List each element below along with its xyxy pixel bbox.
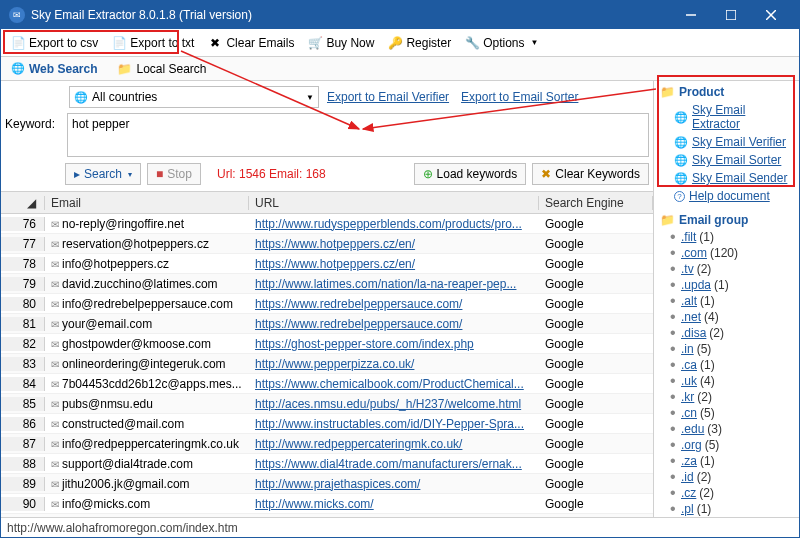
product-item-label: Sky Email Sorter bbox=[692, 153, 781, 167]
col-url[interactable]: URL bbox=[249, 196, 539, 210]
clear-emails-button[interactable]: ✖Clear Emails bbox=[202, 33, 300, 53]
grid-body[interactable]: 76✉no-reply@ringoffire.nethttp://www.rud… bbox=[1, 214, 653, 517]
row-number: 82 bbox=[1, 337, 45, 351]
table-row[interactable]: 79✉david.zucchino@latimes.comhttp://www.… bbox=[1, 274, 653, 294]
export-verifier-link[interactable]: Export to Email Verifier bbox=[327, 90, 449, 104]
group-item[interactable]: •.kr (2) bbox=[660, 389, 793, 405]
group-item[interactable]: •.edu (3) bbox=[660, 421, 793, 437]
row-search-engine: Google bbox=[539, 317, 653, 331]
url-link[interactable]: http://www.prajethaspices.com/ bbox=[255, 477, 420, 491]
url-link[interactable]: https://www.hotpeppers.cz/en/ bbox=[255, 257, 415, 271]
table-row[interactable]: 82✉ghostpowder@kmoose.comhttps://ghost-p… bbox=[1, 334, 653, 354]
group-item[interactable]: •.disa (2) bbox=[660, 325, 793, 341]
group-item[interactable]: •.tv (2) bbox=[660, 261, 793, 277]
group-item[interactable]: •.id (2) bbox=[660, 469, 793, 485]
row-search-engine: Google bbox=[539, 397, 653, 411]
col-search-engine[interactable]: Search Engine bbox=[539, 196, 653, 210]
product-item[interactable]: 🌐Sky Email Extractor bbox=[660, 101, 793, 133]
url-link[interactable]: http://www.pepperpizza.co.uk/ bbox=[255, 357, 414, 371]
row-url: http://www.redpeppercateringmk.co.uk/ bbox=[249, 437, 539, 451]
table-row[interactable]: 88✉support@dial4trade.comhttps://www.dia… bbox=[1, 454, 653, 474]
product-item-label: Sky Email Sender bbox=[692, 171, 787, 185]
clear-keywords-button[interactable]: ✖Clear Keywords bbox=[532, 163, 649, 185]
keyword-input[interactable] bbox=[67, 113, 649, 157]
group-item[interactable]: •.filt (1) bbox=[660, 229, 793, 245]
url-link[interactable]: http://www.redpeppercateringmk.co.uk/ bbox=[255, 437, 462, 451]
product-item[interactable]: ?Help document bbox=[660, 187, 793, 205]
search-button[interactable]: ▸Search▾ bbox=[65, 163, 141, 185]
table-row[interactable]: 87✉info@redpeppercateringmk.co.ukhttp://… bbox=[1, 434, 653, 454]
url-link[interactable]: http://www.rudyspepperblends.com/product… bbox=[255, 217, 522, 231]
group-count: (1) bbox=[700, 454, 715, 468]
group-item[interactable]: •.alt (1) bbox=[660, 293, 793, 309]
load-keywords-button[interactable]: ⊕Load keywords bbox=[414, 163, 527, 185]
group-count: (3) bbox=[707, 422, 722, 436]
minimize-button[interactable] bbox=[671, 1, 711, 29]
group-item[interactable]: •.net (4) bbox=[660, 309, 793, 325]
close-button[interactable] bbox=[751, 1, 791, 29]
bullet-icon: • bbox=[670, 456, 678, 466]
table-row[interactable]: 84✉7b04453cdd26b12c@apps.mes...https://w… bbox=[1, 374, 653, 394]
group-item[interactable]: •.org (5) bbox=[660, 437, 793, 453]
group-panel-title: Email group bbox=[679, 213, 748, 227]
group-item[interactable]: •.cn (5) bbox=[660, 405, 793, 421]
options-button[interactable]: 🔧Options▼ bbox=[459, 33, 544, 53]
tab-web-search[interactable]: 🌐Web Search bbox=[5, 60, 103, 78]
group-item[interactable]: •.pl (1) bbox=[660, 501, 793, 517]
export-sorter-link[interactable]: Export to Email Sorter bbox=[461, 90, 578, 104]
country-select[interactable]: 🌐 All countries ▼ bbox=[69, 86, 319, 108]
url-link[interactable]: http://www.chillipeppersandwiches.com/ bbox=[255, 517, 466, 518]
export-txt-button[interactable]: 📄Export to txt bbox=[106, 33, 200, 53]
group-item[interactable]: •.cz (2) bbox=[660, 485, 793, 501]
url-link[interactable]: https://www.hotpeppers.cz/en/ bbox=[255, 237, 415, 251]
table-row[interactable]: 89✉jithu2006.jk@gmail.comhttp://www.praj… bbox=[1, 474, 653, 494]
register-button[interactable]: 🔑Register bbox=[382, 33, 457, 53]
bullet-icon: • bbox=[670, 248, 678, 258]
col-number[interactable]: ◢ bbox=[1, 196, 45, 210]
tab-local-search-label: Local Search bbox=[136, 62, 206, 76]
product-item[interactable]: 🌐Sky Email Sorter bbox=[660, 151, 793, 169]
url-link[interactable]: http://www.micks.com/ bbox=[255, 497, 374, 511]
group-item[interactable]: •.za (1) bbox=[660, 453, 793, 469]
table-row[interactable]: 78✉info@hotpeppers.czhttps://www.hotpepp… bbox=[1, 254, 653, 274]
table-row[interactable]: 86✉constructed@mail.comhttp://www.instru… bbox=[1, 414, 653, 434]
url-link[interactable]: https://ghost-pepper-store.com/index.php bbox=[255, 337, 474, 351]
row-number: 77 bbox=[1, 237, 45, 251]
row-number: 91 bbox=[1, 517, 45, 518]
row-search-engine: Google bbox=[539, 497, 653, 511]
table-row[interactable]: 83✉onlineordering@integeruk.comhttp://ww… bbox=[1, 354, 653, 374]
url-link[interactable]: http://www.instructables.com/id/DIY-Pepp… bbox=[255, 417, 524, 431]
group-item[interactable]: •.com (120) bbox=[660, 245, 793, 261]
url-link[interactable]: https://www.dial4trade.com/manufacturers… bbox=[255, 457, 522, 471]
table-row[interactable]: 91✉info@chillipeppersandwiches.comhttp:/… bbox=[1, 514, 653, 517]
tab-local-search[interactable]: 📁Local Search bbox=[111, 60, 212, 78]
export-csv-button[interactable]: 📄Export to csv bbox=[5, 33, 104, 53]
table-row[interactable]: 76✉no-reply@ringoffire.nethttp://www.rud… bbox=[1, 214, 653, 234]
group-count: (1) bbox=[697, 502, 712, 516]
row-email: ✉pubs@nmsu.edu bbox=[45, 397, 249, 411]
clear-keywords-label: Clear Keywords bbox=[555, 167, 640, 181]
group-item[interactable]: •.uk (4) bbox=[660, 373, 793, 389]
url-link[interactable]: http://aces.nmsu.edu/pubs/_h/H237/welcom… bbox=[255, 397, 521, 411]
table-row[interactable]: 80✉info@redrebelpeppersauce.comhttps://w… bbox=[1, 294, 653, 314]
url-link[interactable]: https://www.redrebelpeppersauce.com/ bbox=[255, 317, 462, 331]
group-ext: .filt bbox=[681, 230, 696, 244]
product-item[interactable]: 🌐Sky Email Sender bbox=[660, 169, 793, 187]
url-link[interactable]: http://www.latimes.com/nation/la-na-reap… bbox=[255, 277, 516, 291]
url-link[interactable]: https://www.redrebelpeppersauce.com/ bbox=[255, 297, 462, 311]
url-link[interactable]: https://www.chemicalbook.com/ProductChem… bbox=[255, 377, 524, 391]
product-item[interactable]: 🌐Sky Email Verifier bbox=[660, 133, 793, 151]
table-row[interactable]: 90✉info@micks.comhttp://www.micks.com/Go… bbox=[1, 494, 653, 514]
stop-button[interactable]: ■Stop bbox=[147, 163, 201, 185]
table-row[interactable]: 77✉reservation@hotpeppers.czhttps://www.… bbox=[1, 234, 653, 254]
group-item[interactable]: •.upda (1) bbox=[660, 277, 793, 293]
group-item[interactable]: •.ca (1) bbox=[660, 357, 793, 373]
col-email[interactable]: Email bbox=[45, 196, 249, 210]
bullet-icon: • bbox=[670, 328, 678, 338]
group-item[interactable]: •.in (5) bbox=[660, 341, 793, 357]
maximize-button[interactable] bbox=[711, 1, 751, 29]
table-row[interactable]: 85✉pubs@nmsu.eduhttp://aces.nmsu.edu/pub… bbox=[1, 394, 653, 414]
buy-now-button[interactable]: 🛒Buy Now bbox=[302, 33, 380, 53]
table-row[interactable]: 81✉your@email.comhttps://www.redrebelpep… bbox=[1, 314, 653, 334]
bullet-icon: • bbox=[670, 360, 678, 370]
